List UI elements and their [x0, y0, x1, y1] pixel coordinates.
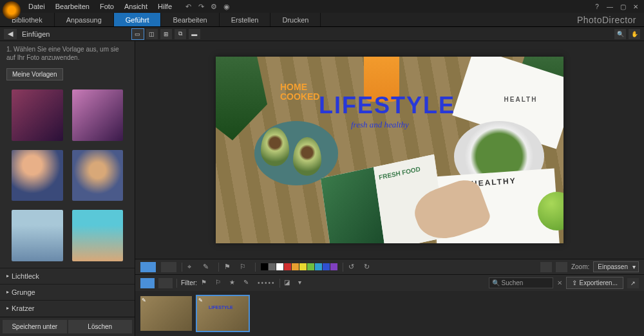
delete-button[interactable]: Löschen	[68, 320, 133, 333]
titlebar: Datei Bearbeiten Foto Ansicht Hilfe ↶ ↷ …	[0, 0, 644, 13]
color-swatch[interactable]	[276, 263, 283, 270]
filter-edit-icon[interactable]: ✎	[243, 279, 254, 288]
color-swatch[interactable]	[292, 263, 299, 270]
hand-tool-icon[interactable]: ✋	[629, 29, 640, 39]
thumb-overlay-text: LIFESTYLE	[209, 305, 233, 310]
template-thumb[interactable]	[72, 89, 124, 141]
color-swatch[interactable]	[307, 263, 314, 270]
view-present-icon[interactable]: ▬	[189, 29, 200, 39]
filter-color-icon[interactable]: ◪	[284, 279, 294, 288]
save-as-button[interactable]: Speichern unter	[3, 320, 67, 333]
settings-gear-icon[interactable]: ⚙	[209, 2, 218, 11]
color-swatch[interactable]	[323, 263, 330, 270]
menu-view[interactable]: Ansicht	[119, 3, 153, 10]
rotate-cw-icon[interactable]: ↻	[364, 263, 374, 272]
sidebar: 1. Wählen Sie eine Vorlage aus, um sie a…	[0, 41, 135, 336]
edited-badge-icon: ✎	[142, 297, 147, 303]
magnifier-icon[interactable]: 🔍	[614, 29, 626, 39]
filter-flag2-icon[interactable]: ⚐	[215, 279, 225, 288]
canvas-area: HEALTH HEALTHY FRESH FOOD HOMECOOKED LIF…	[135, 41, 644, 336]
compare-mode-single-icon[interactable]	[140, 262, 156, 272]
filmstrip-thumb[interactable]: ✎ LIFESTYLE	[197, 296, 249, 331]
export-button[interactable]: ⇪ Exportieren...	[566, 277, 623, 289]
menu-help[interactable]: Hilfe	[153, 3, 177, 10]
tab-edit[interactable]: Bearbeiten	[161, 13, 219, 26]
filmstrip-mode-a-icon[interactable]	[140, 278, 155, 288]
close-icon[interactable]: ✕	[630, 2, 641, 11]
tool-strip-2: Filter: ⚑ ⚐ ★ ✎ ••••• ◪ ▾ 🔍 Suchen ✕ ⇪ E…	[135, 274, 644, 291]
maximize-icon[interactable]: ▢	[617, 2, 629, 11]
notification-icon[interactable]: ◉	[222, 2, 231, 11]
filter-label: Filter:	[181, 279, 197, 286]
minimize-icon[interactable]: —	[604, 2, 616, 11]
section-grunge[interactable]: Grunge	[0, 284, 135, 300]
layout-a-icon[interactable]	[540, 262, 552, 272]
flag-outline-icon[interactable]: ⚐	[240, 263, 250, 272]
template-grid	[0, 83, 135, 268]
template-thumb[interactable]	[12, 210, 63, 261]
mode-tabbar: Bibliothek Anpassung Geführt Bearbeiten …	[0, 13, 644, 27]
color-swatches	[261, 263, 337, 270]
view-compare-icon[interactable]: ◫	[146, 29, 158, 39]
filter-flag-icon[interactable]: ⚑	[201, 279, 211, 288]
template-thumb[interactable]	[72, 210, 124, 261]
canvas-photo[interactable]: HEALTH HEALTHY FRESH FOOD HOMECOOKED LIF…	[216, 57, 564, 243]
compare-mode-split-icon[interactable]	[161, 262, 176, 272]
breadcrumb-insert[interactable]: Einfügen	[19, 30, 52, 38]
template-thumb[interactable]	[12, 89, 63, 141]
color-swatch[interactable]	[299, 263, 307, 270]
undo-icon[interactable]: ↶	[184, 2, 193, 11]
filmstrip-thumb[interactable]: ✎	[140, 296, 192, 331]
tab-adjust[interactable]: Anpassung	[55, 13, 114, 26]
menu-photo[interactable]: Foto	[95, 3, 119, 10]
share-icon[interactable]: ↗	[627, 278, 639, 288]
redo-icon[interactable]: ↷	[196, 2, 205, 11]
help-icon[interactable]: ?	[591, 2, 603, 11]
overlay-lifestyle: LIFESTYLE	[319, 92, 455, 119]
view-grid-icon[interactable]: ⊞	[160, 29, 172, 39]
menu-edit[interactable]: Bearbeiten	[50, 3, 95, 10]
view-single-icon[interactable]: ▭	[132, 29, 144, 39]
filter-more-icon[interactable]: ▾	[298, 279, 308, 288]
tab-guided[interactable]: Geführt	[114, 13, 162, 26]
section-lichtleck[interactable]: Lichtleck	[0, 268, 135, 284]
book-freshfood-text: FRESH FOOD	[379, 163, 433, 181]
filmstrip: ✎ ✎ LIFESTYLE	[135, 291, 644, 336]
overlay-subtitle: fresh and healthy	[351, 120, 409, 130]
color-swatch[interactable]	[315, 263, 322, 270]
main-area: 1. Wählen Sie eine Vorlage aus, um sie a…	[0, 41, 644, 336]
tool-strip-1: ⌖ ✎ ⚑ ⚐ ↺ ↻ Zoom: Einpassen	[135, 259, 644, 274]
brand-label: PhotoDirector	[569, 13, 644, 26]
rotate-ccw-icon[interactable]: ↺	[348, 263, 359, 272]
template-thumb[interactable]	[72, 150, 124, 201]
zoom-label: Zoom:	[571, 263, 589, 270]
dropper-icon[interactable]: ⌖	[187, 263, 198, 272]
color-swatch[interactable]	[284, 263, 291, 270]
zoom-select[interactable]: Einpassen	[593, 261, 639, 272]
flag-icon[interactable]: ⚑	[224, 263, 234, 272]
export-icon: ⇪	[572, 279, 577, 286]
tab-print[interactable]: Drucken	[270, 13, 321, 26]
tab-create[interactable]: Erstellen	[220, 13, 271, 26]
brush-icon[interactable]: ✎	[203, 263, 213, 272]
back-icon[interactable]: ◀	[4, 29, 17, 39]
my-templates-button[interactable]: Meine Vorlagen	[6, 68, 63, 80]
app-logo-icon	[3, 1, 21, 19]
clear-search-icon[interactable]: ✕	[557, 279, 562, 286]
view-split-icon[interactable]: ⧉	[175, 29, 186, 39]
step1-text: 1. Wählen Sie eine Vorlage aus, um sie a…	[0, 41, 135, 66]
viewport[interactable]: HEALTH HEALTHY FRESH FOOD HOMECOOKED LIF…	[135, 41, 644, 259]
search-input[interactable]: 🔍 Suchen	[489, 277, 553, 288]
section-kratzer[interactable]: Kratzer	[0, 300, 135, 316]
color-swatch[interactable]	[261, 263, 268, 270]
filmstrip-mode-b-icon[interactable]	[158, 278, 173, 288]
filter-star-icon[interactable]: ★	[229, 279, 240, 288]
edited-badge-icon: ✎	[198, 297, 204, 303]
layout-b-icon[interactable]	[556, 262, 567, 272]
menu-file[interactable]: Datei	[23, 3, 50, 10]
search-placeholder: Suchen	[502, 279, 524, 286]
color-swatch[interactable]	[269, 263, 276, 270]
color-swatch[interactable]	[330, 263, 337, 270]
paper-health-text: HEALTH	[466, 64, 564, 103]
template-thumb[interactable]	[12, 150, 63, 201]
